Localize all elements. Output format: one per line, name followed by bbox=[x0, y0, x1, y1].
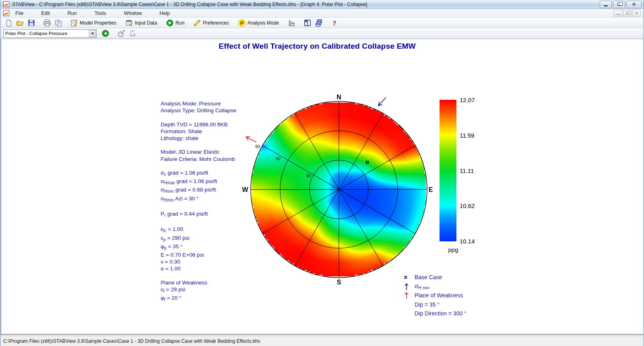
chart-title: Effect of Well Trajectory on Calibrated … bbox=[1, 42, 633, 51]
help-icon: ? bbox=[330, 19, 339, 27]
save-floppy-icon bbox=[27, 19, 35, 27]
svg-text:P: P bbox=[240, 20, 244, 26]
chevron-down-icon[interactable] bbox=[89, 30, 96, 37]
menu-edit[interactable]: Edit bbox=[38, 9, 53, 17]
save-button[interactable] bbox=[26, 19, 37, 27]
input-data-icon bbox=[125, 19, 133, 27]
colorbar-tick: 11.11 bbox=[460, 167, 475, 174]
annotation-line bbox=[161, 114, 236, 121]
plot-legend: ¤ Base Case σH min Plane of Weakness Dip… bbox=[404, 273, 466, 318]
status-bar: C:\Program Files (x86)\STABView 3.8\Samp… bbox=[1, 336, 643, 346]
compass-south-label: S bbox=[337, 279, 341, 286]
annotation-line: σHmin grad = 0.88 psi/ft bbox=[161, 186, 236, 195]
toolbar-separator bbox=[162, 19, 162, 27]
tile-windows-button[interactable] bbox=[302, 19, 313, 27]
mdi-restore-button[interactable] bbox=[623, 10, 632, 16]
toolbar-separator bbox=[326, 19, 327, 27]
annotation-line: σHmin Azi = 30 ° bbox=[161, 195, 236, 204]
analysis-mode-icon: P bbox=[238, 19, 246, 27]
close-icon: ✕ bbox=[632, 2, 636, 7]
colorbar-tick: 12.07 bbox=[460, 97, 475, 103]
status-file-path: C:\Program Files (x86)\STABView 3.8\Samp… bbox=[1, 338, 260, 344]
analysis-mode-label: Analysis Mode bbox=[248, 20, 280, 26]
compass-west-label: W bbox=[242, 186, 248, 193]
document-icon[interactable] bbox=[3, 10, 9, 16]
annotation-line: σv grad = 1.06 psi/ft bbox=[161, 169, 236, 178]
polar-plot-options-button[interactable]: P bbox=[116, 29, 127, 38]
mdi-close-button[interactable]: ✕ bbox=[632, 10, 641, 16]
copy-button[interactable] bbox=[53, 19, 64, 27]
model-properties-icon bbox=[70, 19, 78, 27]
svg-text:x: x bbox=[134, 33, 135, 36]
menu-run[interactable]: Run bbox=[64, 9, 80, 17]
annotation-line: α = 1.00 bbox=[161, 265, 236, 272]
legend-item-sigma-hmin: σH min bbox=[404, 282, 466, 291]
analysis-mode-button[interactable]: P Analysis Mode bbox=[236, 19, 282, 27]
svg-text:Y: Y bbox=[132, 30, 134, 33]
annotation-line: Failure Criteria: Mohr Coulomb bbox=[161, 156, 236, 163]
polar-plot: N E S W 30 60 90 ¤ bbox=[226, 77, 452, 302]
show-plot-button[interactable] bbox=[100, 29, 111, 38]
close-button[interactable]: ✕ bbox=[626, 1, 642, 8]
annotation-line: Plane of Weakness bbox=[161, 279, 236, 286]
menu-help[interactable]: Help bbox=[156, 9, 173, 17]
restore-button[interactable] bbox=[613, 1, 625, 8]
legend-label: Base Case bbox=[415, 274, 442, 280]
preferences-button[interactable]: Preferences bbox=[192, 19, 232, 27]
print-button[interactable] bbox=[41, 19, 53, 27]
annotation-line bbox=[161, 272, 236, 279]
tile-windows-icon bbox=[303, 19, 312, 27]
annotation-line bbox=[161, 163, 236, 169]
cascade-windows-button[interactable] bbox=[313, 19, 324, 27]
sensitivity-plot-icon bbox=[288, 19, 296, 27]
plane-of-weakness-direction-arrow bbox=[246, 137, 256, 142]
main-toolbar: Model Properties Input Data Run Preferen… bbox=[1, 18, 643, 28]
mdi-minimize-button[interactable] bbox=[614, 10, 622, 16]
legend-label: Dip = 35 ° bbox=[415, 301, 440, 308]
plot-selector[interactable]: Polar Plot - Collapse Pressure bbox=[3, 29, 97, 38]
run-button[interactable]: Run bbox=[164, 19, 187, 27]
cascade-windows-icon bbox=[315, 19, 323, 27]
minimize-button[interactable] bbox=[600, 1, 612, 8]
legend-item-plane-of-weakness: Plane of Weakness bbox=[404, 291, 466, 300]
axes-options-button[interactable]: Yx bbox=[127, 29, 138, 38]
annotation-line: Analysis Type: Drilling Collapse bbox=[161, 107, 236, 114]
menu-tools[interactable]: Tools bbox=[91, 9, 109, 17]
print-icon bbox=[43, 19, 51, 27]
mdi-restore-icon bbox=[626, 12, 629, 14]
colorbar-tick: 10.62 bbox=[460, 202, 475, 209]
annotation-line: Pr grad = 0.44 psi/ft bbox=[161, 210, 236, 219]
annotation-line bbox=[161, 204, 236, 210]
stabview-window: STABView - C:\Program Files (x86)\STABVi… bbox=[0, 0, 644, 346]
annotation-line: σHmax grad = 1.06 psi/ft bbox=[161, 178, 236, 186]
sensitivity-plot-button[interactable] bbox=[286, 19, 297, 27]
polar-gauge-icon: P bbox=[117, 29, 125, 37]
model-properties-button[interactable]: Model Properties bbox=[68, 19, 119, 27]
colorbar-ticks: 12.07 11.59 11.11 10.62 10.14 bbox=[460, 97, 475, 245]
legend-label: σH min bbox=[415, 282, 429, 290]
legend-item-dip-direction: Dip Direction = 300 ° bbox=[404, 309, 466, 318]
annotation-line: Analysis Mode: Pressure bbox=[161, 100, 236, 107]
window-title: STABView - C:\Program Files (x86)\STABVi… bbox=[12, 2, 367, 7]
open-folder-icon bbox=[16, 19, 24, 27]
annotation-line: εfc = 1.00 bbox=[161, 226, 236, 234]
toolbar-separator bbox=[39, 19, 39, 27]
title-bar[interactable]: STABView - C:\Program Files (x86)\STABVi… bbox=[1, 0, 643, 9]
help-button[interactable]: ? bbox=[329, 19, 340, 27]
open-button[interactable] bbox=[14, 19, 26, 27]
annotation-line bbox=[161, 142, 236, 148]
annotation-line: Formation: Shale bbox=[161, 128, 236, 135]
new-button[interactable] bbox=[3, 19, 14, 27]
menu-file[interactable]: File bbox=[12, 9, 27, 17]
base-case-symbol: ¤ bbox=[404, 274, 407, 280]
run-label: Run bbox=[175, 20, 186, 26]
input-data-label: Input Data bbox=[135, 20, 158, 26]
input-data-button[interactable]: Input Data bbox=[124, 19, 160, 27]
plane-of-weakness-arrow-icon bbox=[404, 291, 409, 299]
menu-window[interactable]: Window bbox=[121, 9, 145, 17]
svg-text:P: P bbox=[123, 30, 125, 33]
preferences-label: Preferences bbox=[203, 20, 230, 26]
menu-bar: File Edit Run Tools Window Help ✕ bbox=[1, 9, 643, 18]
annotation-line: cp = 290 psi bbox=[161, 235, 236, 243]
annotation-line: Lithology: shale bbox=[161, 135, 236, 142]
